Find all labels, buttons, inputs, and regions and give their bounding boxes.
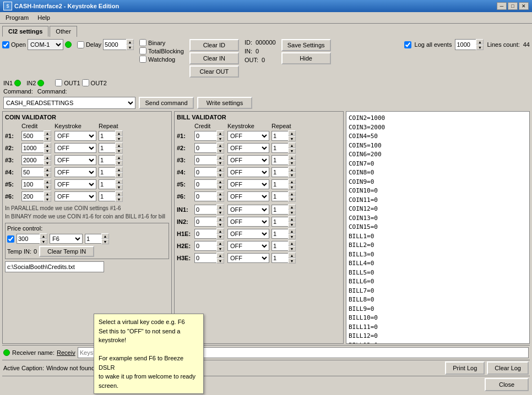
- delay-checkbox[interactable]: [77, 41, 84, 48]
- log-count-down[interactable]: ▼: [476, 45, 484, 50]
- bill-2-down[interactable]: ▼: [216, 148, 224, 153]
- delay-input[interactable]: [103, 39, 126, 50]
- coin-2-repeat-down[interactable]: ▼: [115, 148, 123, 153]
- bill-3-credit[interactable]: [194, 155, 216, 165]
- coin-4-repeat[interactable]: [99, 167, 115, 177]
- coin-2-credit-up[interactable]: ▲: [44, 142, 51, 148]
- price-repeat-input[interactable]: [85, 234, 101, 244]
- maximize-button[interactable]: □: [508, 2, 518, 10]
- bill-5-repeat[interactable]: [272, 179, 288, 189]
- coin-4-credit-down[interactable]: ▼: [44, 172, 51, 178]
- minimize-button[interactable]: ─: [497, 2, 507, 10]
- bill-2-repeat-up[interactable]: ▲: [288, 142, 296, 148]
- hide-button[interactable]: Hide: [281, 52, 331, 64]
- bill-in2-up[interactable]: ▲: [216, 216, 224, 222]
- bill-h2e-credit[interactable]: [194, 241, 216, 251]
- tab-other[interactable]: Other: [50, 26, 77, 37]
- bill-h1e-keystroke[interactable]: OFFF6: [227, 229, 269, 239]
- clear-log-button[interactable]: Clear Log: [487, 361, 529, 375]
- bill-5-repeat-down[interactable]: ▼: [288, 184, 296, 190]
- log-count-up[interactable]: ▲: [476, 39, 484, 45]
- bill-h3e-down[interactable]: ▼: [216, 258, 224, 264]
- bill-6-repeat-up[interactable]: ▲: [288, 191, 296, 196]
- receiver-name-value[interactable]: Receiv: [57, 349, 75, 356]
- log-all-events-checkbox[interactable]: [404, 41, 411, 48]
- bill-5-repeat-up[interactable]: ▲: [288, 179, 296, 184]
- coin-4-credit[interactable]: [21, 167, 44, 177]
- coin-5-repeat[interactable]: [99, 179, 115, 189]
- bill-1-up[interactable]: ▲: [216, 130, 224, 136]
- log-content[interactable]: COIN2=1000COIN3=2000COIN4=50COIN5=100COI…: [346, 112, 529, 343]
- bill-3-up[interactable]: ▲: [216, 155, 224, 160]
- coin-5-credit-up[interactable]: ▲: [44, 179, 51, 184]
- coin-3-repeat-down[interactable]: ▼: [115, 160, 123, 166]
- bill-6-repeat-down[interactable]: ▼: [288, 196, 296, 202]
- delay-up[interactable]: ▲: [126, 39, 134, 45]
- coin-1-credit-down[interactable]: ▼: [44, 136, 51, 141]
- coin-1-repeat-down[interactable]: ▼: [115, 136, 123, 141]
- bill-in2-repeat[interactable]: [272, 217, 288, 227]
- coin-5-credit[interactable]: [21, 179, 44, 189]
- coin-5-repeat-down[interactable]: ▼: [115, 184, 123, 190]
- write-settings-button[interactable]: Write settings: [197, 97, 252, 109]
- save-settings-button[interactable]: Save Settings: [281, 39, 331, 51]
- bill-1-keystroke[interactable]: OFFF6: [227, 131, 269, 141]
- filepath-input[interactable]: [5, 261, 104, 272]
- bill-in1-repeat[interactable]: [272, 205, 288, 215]
- coin-3-credit[interactable]: [21, 155, 44, 165]
- coin-2-repeat-up[interactable]: ▲: [115, 142, 123, 148]
- bill-4-credit[interactable]: [194, 167, 216, 177]
- coin-6-repeat-down[interactable]: ▼: [115, 196, 123, 202]
- coin-6-repeat-up[interactable]: ▲: [115, 191, 123, 196]
- bill-1-repeat-down[interactable]: ▼: [288, 136, 296, 141]
- coin-5-keystroke[interactable]: OFFF1F6: [55, 179, 96, 189]
- bill-3-repeat[interactable]: [272, 155, 288, 165]
- coin-3-repeat[interactable]: [99, 155, 115, 165]
- coin-2-credit[interactable]: [21, 143, 44, 153]
- coin-4-credit-up[interactable]: ▲: [44, 167, 51, 172]
- clear-temp-button[interactable]: Clear Temp IN: [39, 246, 94, 257]
- bill-h1e-up[interactable]: ▲: [216, 228, 224, 234]
- out1-checkbox[interactable]: [55, 79, 62, 86]
- bill-in2-keystroke[interactable]: OFFF6: [227, 217, 269, 227]
- bill-4-keystroke[interactable]: OFFF6: [227, 167, 269, 177]
- bill-2-repeat[interactable]: [272, 143, 288, 153]
- price-repeat-up[interactable]: ▲: [101, 233, 109, 239]
- bill-1-credit[interactable]: [194, 131, 216, 141]
- bill-h3e-credit[interactable]: [194, 253, 216, 263]
- bill-h2e-repeat-down[interactable]: ▼: [288, 246, 296, 251]
- bill-4-up[interactable]: ▲: [216, 167, 224, 172]
- bill-3-repeat-down[interactable]: ▼: [288, 160, 296, 166]
- bill-h1e-down[interactable]: ▼: [216, 234, 224, 239]
- bill-h2e-up[interactable]: ▲: [216, 240, 224, 246]
- bill-3-down[interactable]: ▼: [216, 160, 224, 166]
- coin-4-keystroke[interactable]: OFFF1F6: [55, 167, 96, 177]
- bill-3-repeat-up[interactable]: ▲: [288, 155, 296, 160]
- bill-in2-repeat-up[interactable]: ▲: [288, 216, 296, 222]
- bill-4-repeat-down[interactable]: ▼: [288, 172, 296, 178]
- close-button[interactable]: Close: [485, 378, 529, 391]
- coin-6-keystroke[interactable]: OFFF1F6: [55, 191, 96, 201]
- clear-out-button[interactable]: Clear OUT: [189, 65, 239, 78]
- bill-in1-credit[interactable]: [194, 205, 216, 215]
- price-repeat-down[interactable]: ▼: [101, 239, 109, 244]
- bill-h3e-repeat[interactable]: [272, 253, 288, 263]
- coin-2-credit-down[interactable]: ▼: [44, 148, 51, 153]
- bill-5-keystroke[interactable]: OFFF6: [227, 179, 269, 189]
- bill-h3e-keystroke[interactable]: OFFF6: [227, 253, 269, 263]
- bill-1-repeat-up[interactable]: ▲: [288, 130, 296, 136]
- delay-down[interactable]: ▼: [126, 45, 134, 50]
- bill-4-down[interactable]: ▼: [216, 172, 224, 178]
- tab-ci2-settings[interactable]: CI2 settings: [2, 26, 48, 37]
- coin-3-keystroke[interactable]: OFFF1F6: [55, 155, 96, 165]
- price-control-checkbox[interactable]: [7, 235, 14, 243]
- coin-6-credit-down[interactable]: ▼: [44, 196, 51, 202]
- bill-h3e-up[interactable]: ▲: [216, 253, 224, 258]
- bill-5-up[interactable]: ▲: [216, 179, 224, 184]
- bill-in1-keystroke[interactable]: OFFF6: [227, 205, 269, 215]
- clear-id-button[interactable]: Clear ID: [189, 39, 239, 51]
- bill-in1-up[interactable]: ▲: [216, 204, 224, 210]
- bill-4-repeat[interactable]: [272, 167, 288, 177]
- coin-3-credit-up[interactable]: ▲: [44, 155, 51, 160]
- coin-6-credit[interactable]: [21, 191, 44, 201]
